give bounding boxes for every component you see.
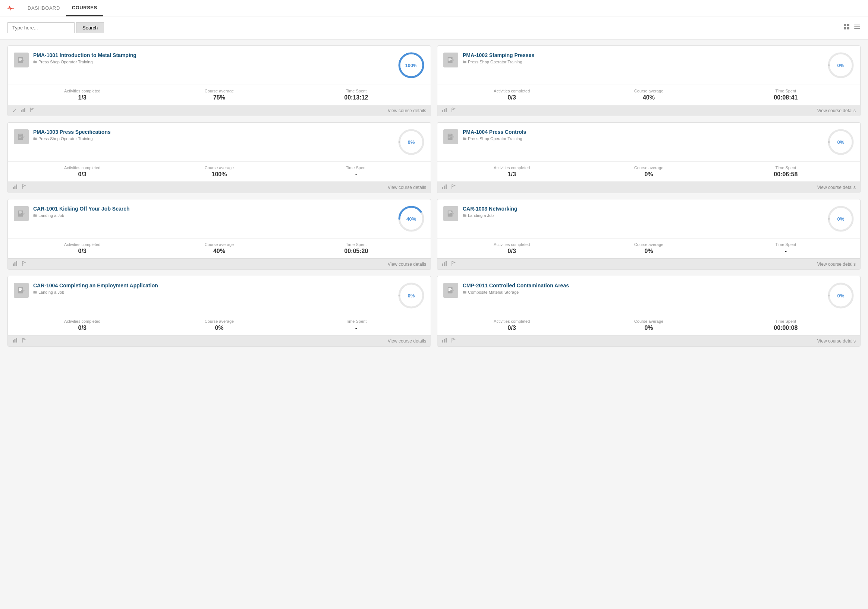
stat-activities-value: 1/3 <box>443 171 580 178</box>
flag-icon[interactable] <box>451 107 456 114</box>
stat-activities-label: Activities completed <box>14 319 150 323</box>
view-details-link[interactable]: View course details <box>388 339 426 344</box>
stat-time-value: 00:05:20 <box>288 248 425 255</box>
view-details-link[interactable]: View course details <box>817 262 856 267</box>
stat-time-value: 00:13:12 <box>288 94 425 101</box>
check-icon[interactable]: ✓ <box>12 108 17 114</box>
svg-rect-37 <box>448 137 451 137</box>
footer-icons <box>12 184 26 190</box>
card-stats: Activities completed 0/3 Course average … <box>437 85 860 105</box>
bar-chart-icon[interactable] <box>442 338 447 344</box>
view-details-link[interactable]: View course details <box>388 108 426 113</box>
card-stats: Activities completed 0/3 Course average … <box>8 161 431 181</box>
list-view-icon[interactable] <box>854 23 860 32</box>
nav-tab-dashboard[interactable]: DASHBOARD <box>22 0 66 16</box>
stat-average: Course average 100% <box>150 165 287 178</box>
svg-rect-51 <box>16 261 17 266</box>
card-footer: View course details <box>8 258 431 269</box>
flag-icon[interactable] <box>29 107 35 114</box>
svg-rect-9 <box>19 59 22 59</box>
stat-activities: Activities completed 0/3 <box>14 242 150 255</box>
course-title[interactable]: CMP-2011 Controlled Contamination Areas <box>463 282 823 289</box>
stat-activities-value: 0/3 <box>14 325 150 331</box>
course-card-PMA-1004: PMA-1004 Press Controls Press Shop Opera… <box>437 122 860 193</box>
course-card-PMA-1001: PMA-1001 Introduction to Metal Stamping … <box>8 45 431 116</box>
stat-average-value: 40% <box>150 248 287 255</box>
view-details-link[interactable]: View course details <box>817 185 856 190</box>
stat-average: Course average 0% <box>150 319 287 331</box>
view-details-link[interactable]: View course details <box>388 185 426 190</box>
course-title[interactable]: CAR-1001 Kicking Off Your Job Search <box>33 206 393 212</box>
course-title[interactable]: CAR-1004 Completing an Employment Applic… <box>33 282 393 289</box>
svg-rect-76 <box>442 340 443 343</box>
flag-icon[interactable] <box>21 261 26 267</box>
course-category: Landing a Job <box>33 213 393 218</box>
bar-chart-icon[interactable] <box>12 261 17 267</box>
course-title[interactable]: PMA-1002 Stamping Presses <box>463 52 823 59</box>
nav-bar: DASHBOARD COURSES <box>0 0 868 16</box>
view-details-link[interactable]: View course details <box>388 262 426 267</box>
stat-average: Course average 0% <box>580 242 717 255</box>
flag-icon[interactable] <box>21 338 26 344</box>
card-stats: Activities completed 1/3 Course average … <box>437 161 860 181</box>
svg-rect-42 <box>446 184 447 189</box>
bar-chart-icon[interactable] <box>12 338 17 344</box>
svg-rect-19 <box>448 60 451 60</box>
stat-time-value: 00:08:41 <box>718 94 854 101</box>
view-details-link[interactable]: View course details <box>817 339 856 344</box>
svg-rect-28 <box>19 137 21 137</box>
card-footer: ✓ View course details <box>8 105 431 116</box>
progress-circle: 0% <box>827 206 854 232</box>
flag-icon[interactable] <box>21 184 26 190</box>
bar-chart-icon[interactable] <box>442 184 447 190</box>
svg-rect-58 <box>442 263 443 266</box>
view-details-link[interactable]: View course details <box>817 108 856 113</box>
grid-view-icon[interactable] <box>843 23 850 32</box>
card-info: CMP-2011 Controlled Contamination Areas … <box>463 282 823 294</box>
bar-chart-icon[interactable] <box>12 184 17 190</box>
card-body: CAR-1004 Completing an Employment Applic… <box>8 276 431 315</box>
stat-activities: Activities completed 1/3 <box>14 89 150 101</box>
nav-tab-courses[interactable]: COURSES <box>66 0 103 16</box>
course-title[interactable]: PMA-1003 Press Specifications <box>33 128 393 135</box>
stat-average-value: 0% <box>580 171 717 178</box>
progress-label: 40% <box>406 216 416 222</box>
svg-rect-44 <box>19 212 22 212</box>
stat-time-label: Time Spent <box>288 165 425 170</box>
svg-rect-0 <box>844 24 846 26</box>
stat-average-label: Course average <box>580 242 717 247</box>
svg-rect-22 <box>442 110 443 112</box>
svg-rect-41 <box>444 185 445 189</box>
bar-chart-icon[interactable] <box>20 107 26 114</box>
flag-icon[interactable] <box>451 261 456 267</box>
stat-average-label: Course average <box>580 319 717 323</box>
stat-time-label: Time Spent <box>288 89 425 93</box>
course-card-CAR-1001: CAR-1001 Kicking Off Your Job Search Lan… <box>8 199 431 270</box>
stat-time: Time Spent - <box>718 242 854 255</box>
stat-activities: Activities completed 0/3 <box>14 319 150 331</box>
course-title[interactable]: PMA-1001 Introduction to Metal Stamping <box>33 52 393 59</box>
stat-time-value: 00:00:08 <box>718 325 854 331</box>
stat-time-value: - <box>288 325 425 331</box>
course-card-CAR-1004: CAR-1004 Completing an Employment Applic… <box>8 276 431 346</box>
svg-rect-50 <box>14 263 16 266</box>
folder-icon <box>33 291 37 294</box>
card-info: CAR-1001 Kicking Off Your Job Search Lan… <box>33 206 393 218</box>
flag-icon[interactable] <box>451 184 456 190</box>
svg-rect-6 <box>854 28 860 29</box>
card-footer: View course details <box>437 258 860 269</box>
progress-circle: 0% <box>827 282 854 309</box>
flag-icon[interactable] <box>451 338 456 344</box>
search-button[interactable]: Search <box>76 22 104 33</box>
course-icon <box>443 206 458 221</box>
bar-chart-icon[interactable] <box>442 107 447 114</box>
stat-average-value: 0% <box>580 248 717 255</box>
progress-label: 100% <box>405 63 417 68</box>
course-title[interactable]: PMA-1004 Press Controls <box>463 128 823 135</box>
bar-chart-icon[interactable] <box>442 261 447 267</box>
svg-rect-78 <box>446 338 447 343</box>
search-input[interactable] <box>8 22 74 33</box>
svg-rect-2 <box>844 27 846 29</box>
course-title[interactable]: CAR-1003 Networking <box>463 206 823 212</box>
course-card-CMP-2011: CMP-2011 Controlled Contamination Areas … <box>437 276 860 346</box>
